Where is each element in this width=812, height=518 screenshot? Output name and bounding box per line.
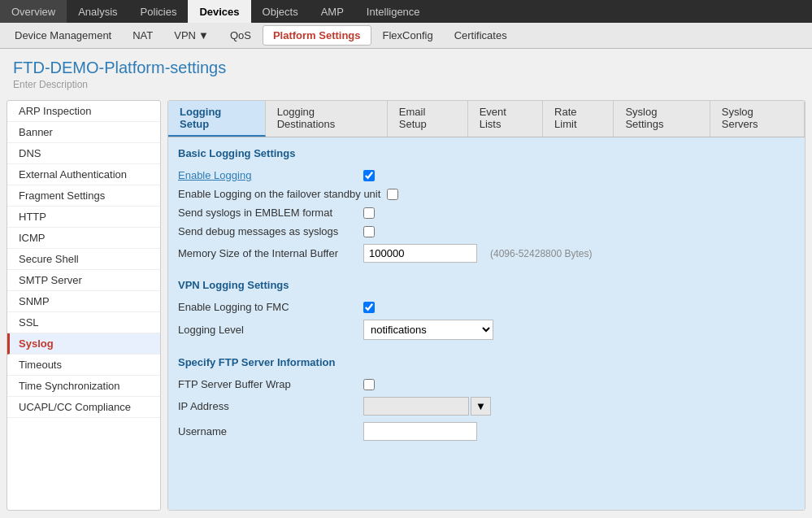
tab-logging-setup[interactable]: Logging Setup: [168, 101, 266, 137]
username-row: Username: [178, 419, 795, 444]
nav-devices[interactable]: Devices: [188, 0, 250, 23]
nav-qos[interactable]: QoS: [220, 26, 261, 45]
sidebar-item-ucapl[interactable]: UCAPL/CC Compliance: [7, 397, 160, 418]
content-area: Logging Setup Logging Destinations Email…: [167, 100, 805, 511]
debug-row: Send debug messages as syslogs: [178, 222, 795, 241]
enable-logging-label[interactable]: Enable Logging: [178, 169, 357, 181]
enable-logging-checkbox[interactable]: [363, 170, 375, 181]
username-label: Username: [178, 425, 357, 437]
logging-level-label: Logging Level: [178, 324, 357, 336]
sidebar-item-icmp[interactable]: ICMP: [7, 228, 160, 249]
nav-flexconfig[interactable]: FlexConfig: [373, 26, 443, 45]
nav-vpn[interactable]: VPN ▼: [164, 26, 219, 45]
sidebar-item-banner[interactable]: Banner: [7, 122, 160, 143]
nav-device-management[interactable]: Device Management: [5, 26, 121, 45]
ip-dropdown-button[interactable]: ▼: [471, 397, 491, 416]
nav-platform-settings[interactable]: Platform Settings: [263, 25, 371, 46]
tab-syslog-servers[interactable]: Syslog Servers: [710, 101, 805, 137]
basic-logging-title: Basic Logging Settings: [178, 147, 795, 159]
sidebar-item-ssl[interactable]: SSL: [7, 312, 160, 333]
sidebar-item-time-synchronization[interactable]: Time Synchronization: [7, 376, 160, 397]
nav-objects[interactable]: Objects: [251, 0, 310, 23]
debug-label: Send debug messages as syslogs: [178, 225, 357, 237]
memory-hint: (4096-52428800 Bytes): [490, 248, 592, 259]
failover-logging-label: Enable Logging on the failover standby u…: [178, 188, 380, 200]
page-description: Enter Description: [13, 79, 799, 90]
tab-event-lists[interactable]: Event Lists: [468, 101, 543, 137]
nav-intelligence[interactable]: Intelligence: [355, 0, 432, 23]
nav-nat[interactable]: NAT: [123, 26, 163, 45]
emblem-checkbox[interactable]: [363, 207, 375, 219]
tab-bar: Logging Setup Logging Destinations Email…: [168, 101, 805, 137]
nav-overview[interactable]: Overview: [0, 0, 67, 23]
nav-policies[interactable]: Policies: [129, 0, 189, 23]
enable-fmc-checkbox[interactable]: [363, 302, 375, 313]
sidebar-item-dns[interactable]: DNS: [7, 143, 160, 164]
sidebar-item-smtp-server[interactable]: SMTP Server: [7, 270, 160, 291]
failover-logging-row: Enable Logging on the failover standby u…: [178, 185, 795, 203]
ip-address-row: IP Address ▼: [178, 394, 795, 419]
sidebar-item-http[interactable]: HTTP: [7, 207, 160, 228]
sidebar-item-fragment-settings[interactable]: Fragment Settings: [7, 185, 160, 207]
page-title: FTD-DEMO-Platform-settings: [13, 59, 799, 77]
memory-input[interactable]: [363, 244, 477, 263]
panel-body: Basic Logging Settings Enable Logging En…: [168, 137, 805, 510]
ip-address-label: IP Address: [178, 400, 357, 412]
sidebar-item-arp-inspection[interactable]: ARP Inspection: [7, 101, 160, 122]
ftp-server-section: Specify FTP Server Information FTP Serve…: [178, 356, 795, 444]
vpn-logging-title: VPN Logging Settings: [178, 279, 795, 291]
ftp-buffer-wrap-row: FTP Server Buffer Wrap: [178, 375, 795, 394]
nav-analysis[interactable]: Analysis: [67, 0, 128, 23]
ftp-buffer-wrap-checkbox[interactable]: [363, 379, 375, 390]
logging-level-row: Logging Level emergencies alerts critica…: [178, 316, 795, 343]
enable-fmc-label: Enable Logging to FMC: [178, 301, 357, 313]
enable-logging-row: Enable Logging: [178, 166, 795, 185]
logging-level-select[interactable]: emergencies alerts critical errors warni…: [363, 320, 493, 340]
tab-logging-destinations[interactable]: Logging Destinations: [266, 101, 388, 137]
sidebar-item-secure-shell[interactable]: Secure Shell: [7, 249, 160, 270]
tab-email-setup[interactable]: Email Setup: [388, 101, 468, 137]
username-input[interactable]: [363, 422, 477, 441]
page-header: FTD-DEMO-Platform-settings Enter Descrip…: [0, 49, 812, 94]
emblem-row: Send syslogs in EMBLEM format: [178, 203, 795, 222]
second-navigation: Device Management NAT VPN ▼ QoS Platform…: [0, 23, 812, 49]
chevron-down-icon: ▼: [198, 29, 209, 41]
sidebar: ARP Inspection Banner DNS External Authe…: [7, 100, 161, 511]
tab-syslog-settings[interactable]: Syslog Settings: [614, 101, 710, 137]
emblem-label: Send syslogs in EMBLEM format: [178, 207, 357, 219]
basic-logging-section: Basic Logging Settings Enable Logging En…: [178, 147, 795, 266]
ip-address-group: ▼: [363, 397, 491, 416]
nav-amp[interactable]: AMP: [310, 0, 355, 23]
ftp-buffer-wrap-label: FTP Server Buffer Wrap: [178, 378, 357, 390]
top-navigation: Overview Analysis Policies Devices Objec…: [0, 0, 812, 23]
debug-checkbox[interactable]: [363, 226, 375, 237]
memory-row: Memory Size of the Internal Buffer (4096…: [178, 241, 795, 266]
sidebar-item-snmp[interactable]: SNMP: [7, 291, 160, 312]
sidebar-item-timeouts[interactable]: Timeouts: [7, 355, 160, 376]
tab-rate-limit[interactable]: Rate Limit: [543, 101, 614, 137]
sidebar-item-external-auth[interactable]: External Authentication: [7, 164, 160, 185]
enable-fmc-row: Enable Logging to FMC: [178, 298, 795, 316]
memory-label: Memory Size of the Internal Buffer: [178, 247, 357, 259]
nav-certificates[interactable]: Certificates: [445, 26, 517, 45]
ip-address-input[interactable]: [363, 397, 469, 416]
vpn-logging-section: VPN Logging Settings Enable Logging to F…: [178, 279, 795, 343]
ftp-server-title: Specify FTP Server Information: [178, 356, 795, 368]
failover-logging-checkbox[interactable]: [387, 189, 398, 200]
sidebar-item-syslog[interactable]: Syslog: [7, 333, 160, 355]
main-layout: ARP Inspection Banner DNS External Authe…: [0, 94, 812, 517]
